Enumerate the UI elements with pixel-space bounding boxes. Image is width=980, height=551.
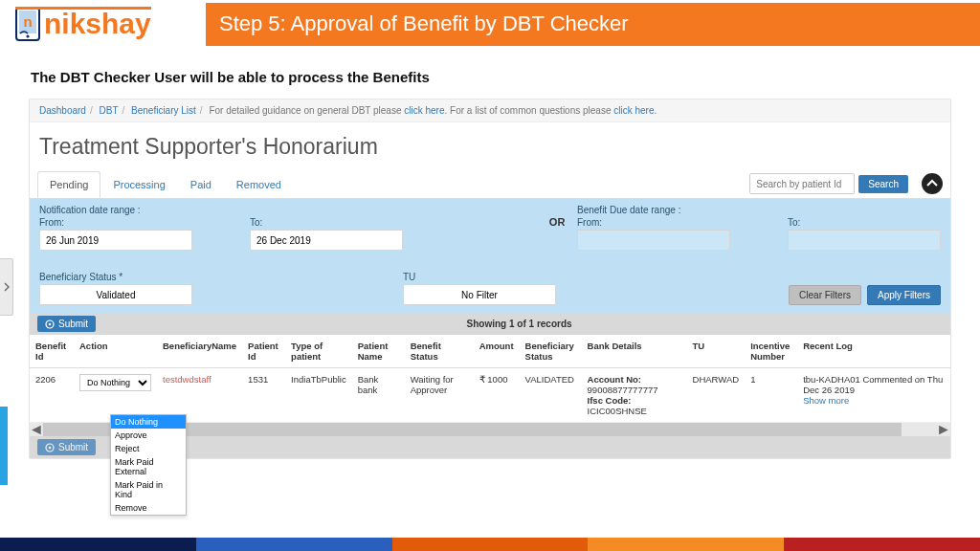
tab-paid[interactable]: Paid (178, 171, 224, 198)
crumb-dbt[interactable]: DBT (99, 105, 118, 116)
show-more-link[interactable]: Show more (803, 395, 849, 406)
scroll-left-icon[interactable]: ◄ (30, 423, 43, 436)
due-to-input[interactable] (788, 230, 941, 251)
scroll-right-icon[interactable]: ► (937, 423, 950, 436)
tab-removed[interactable]: Removed (224, 171, 294, 198)
footer-strip (0, 538, 980, 551)
col-action: Action (74, 335, 157, 368)
action-dropdown-menu: Do Nothing Approve Reject Mark Paid Exte… (110, 414, 187, 516)
cell-patient-name: Bank bank (352, 368, 405, 423)
from-label: From: (39, 217, 192, 228)
cell-benefit-id: 2206 (30, 368, 74, 423)
action-select[interactable]: Do Nothing (79, 374, 151, 391)
search-wrap: Search (749, 169, 943, 198)
chevron-right-icon (4, 282, 10, 292)
notif-range-label: Notification date range : (39, 205, 537, 215)
submit-button-top[interactable]: Submit (37, 316, 96, 332)
search-button[interactable]: Search (858, 175, 908, 193)
option-approve[interactable]: Approve (111, 429, 186, 442)
col-patient-id: Patient Id (242, 335, 285, 368)
logo: n nikshay (0, 7, 206, 41)
option-reject[interactable]: Reject (111, 442, 186, 455)
cell-bank-details: Account No: 99008877777777 Ifsc Code: IC… (582, 368, 687, 423)
cell-tu: DHARWAD (687, 368, 746, 423)
crumb-faq-link[interactable]: click here (613, 105, 654, 116)
cell-patient-id: 1531 (242, 368, 285, 423)
col-type-patient: Type of patient (285, 335, 352, 368)
due-to-label: To: (788, 217, 941, 228)
table-header-row: Benefit Id Action BeneficiaryName Patien… (30, 335, 950, 368)
to-label: To: (250, 217, 403, 228)
due-range-label: Benefit Due date range : (577, 205, 941, 215)
col-benefit-id: Benefit Id (30, 335, 74, 368)
apply-filters-button[interactable]: Apply Filters (867, 285, 941, 305)
clear-filters-button[interactable]: Clear Filters (789, 285, 861, 305)
benef-status-label: Beneficiary Status * (39, 272, 192, 282)
col-recent-log: Recent Log (797, 335, 950, 368)
filter-area: Notification date range : From: To: OR B… (30, 199, 950, 313)
svg-text:n: n (23, 13, 32, 30)
col-tu: TU (687, 335, 746, 368)
svg-point-5 (49, 322, 52, 325)
page-title: Treatment Supporter's Honorarium (30, 122, 950, 169)
crumb-dashboard[interactable]: Dashboard (39, 105, 86, 116)
page-subtitle: The DBT Checker User will be able to pro… (0, 48, 980, 99)
col-patient-name: Patient Name (352, 335, 405, 368)
records-count: Showing 1 of 1 records (96, 319, 943, 329)
col-beneficiary-status: Beneficiary Status (520, 335, 582, 368)
step-banner: Step 5: Approval of Benefit by DBT Check… (206, 3, 980, 46)
col-beneficiary-name: BeneficiaryName (157, 335, 242, 368)
crumb-text: For detailed guidance on general DBT ple… (209, 105, 404, 116)
chevron-up-icon (926, 178, 938, 189)
option-mark-paid-external[interactable]: Mark Paid External (111, 455, 186, 478)
cell-amount: ₹ 1000 (474, 368, 520, 423)
logo-phone-icon: n (14, 7, 41, 41)
submit-button-bottom[interactable]: Submit (37, 439, 96, 455)
due-from-label: From: (577, 217, 730, 228)
svg-point-2 (26, 34, 29, 37)
notif-to-input[interactable] (250, 230, 403, 251)
col-incentive-number: Incentive Number (745, 335, 797, 368)
svg-point-7 (49, 446, 52, 449)
option-mark-paid-kind[interactable]: Mark Paid in Kind (111, 478, 186, 501)
side-accent-bar (0, 407, 8, 485)
cell-recent-log: tbu-KADHA01 Commented on Thu Dec 26 2019… (797, 368, 950, 423)
or-separator: OR (537, 205, 577, 251)
cell-incentive-number: 1 (745, 368, 797, 423)
option-remove[interactable]: Remove (111, 501, 186, 515)
scroll-top-button[interactable] (922, 173, 943, 194)
search-input[interactable] (749, 173, 855, 194)
records-bar: Submit Showing 1 of 1 records (30, 313, 950, 335)
gear-icon (45, 443, 55, 452)
tu-input[interactable] (403, 284, 556, 305)
cell-benefit-status: Waiting for Approver (405, 368, 474, 423)
breadcrumb: Dashboard/ DBT/ Beneficiary List/ For de… (30, 99, 950, 122)
tab-processing[interactable]: Processing (100, 171, 177, 198)
notif-from-input[interactable] (39, 230, 192, 251)
side-expand-tab[interactable] (0, 258, 13, 316)
crumb-guidance-link[interactable]: click here (404, 105, 444, 116)
benef-status-input[interactable] (39, 284, 192, 305)
benefits-table: Benefit Id Action BeneficiaryName Patien… (30, 335, 950, 423)
tabs-row: Pending Processing Paid Removed Search (30, 169, 950, 199)
option-do-nothing[interactable]: Do Nothing (111, 415, 186, 429)
col-bank-details: Bank Details (582, 335, 687, 368)
col-benefit-status: Benefit Status (405, 335, 474, 368)
gear-icon (45, 320, 55, 329)
tab-pending[interactable]: Pending (37, 171, 100, 198)
tu-label: TU (403, 272, 556, 282)
header-row: n nikshay Step 5: Approval of Benefit by… (0, 0, 980, 48)
col-amount: Amount (474, 335, 520, 368)
due-from-input[interactable] (577, 230, 730, 251)
crumb-text2: . For a list of common questions please (445, 105, 614, 116)
cell-beneficiary-status: VALIDATED (520, 368, 582, 423)
cell-type-patient: IndiaTbPublic (285, 368, 352, 423)
crumb-beneficiary-list[interactable]: Beneficiary List (131, 105, 196, 116)
main-panel: Dashboard/ DBT/ Beneficiary List/ For de… (29, 99, 951, 459)
logo-text: nikshay (44, 7, 151, 41)
